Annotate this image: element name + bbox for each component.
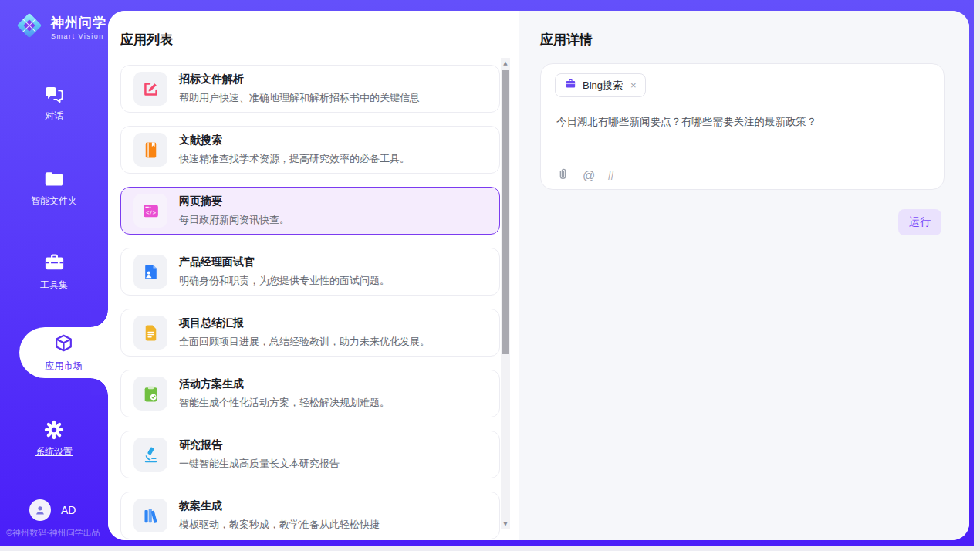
app-title: 教案生成 xyxy=(179,499,380,513)
sidebar-item-label: 智能文件夹 xyxy=(0,194,108,208)
scrollbar[interactable]: ▲ ▼ xyxy=(501,58,510,529)
clipboard-check-icon xyxy=(133,377,167,411)
app-title: 网页摘要 xyxy=(179,194,289,208)
sidebar-item-label: 应用市场 xyxy=(46,360,83,373)
folder-icon xyxy=(0,167,108,191)
app-description: 快速精准查找学术资源，提高研究效率的必备工具。 xyxy=(179,152,410,166)
main-panel: 应用列表 招标文件解析 帮助用户快速、准确地理解和解析招标书中的关键信息 文献搜… xyxy=(108,11,969,540)
briefcase-icon xyxy=(564,77,577,93)
scroll-up-icon[interactable]: ▲ xyxy=(501,60,510,66)
app-list-item[interactable]: 活动方案生成 智能生成个性化活动方案，轻松解决规划难题。 xyxy=(120,370,500,417)
app-list-item[interactable]: 项目总结汇报 全面回顾项目进展，总结经验教训，助力未来优化发展。 xyxy=(120,309,500,357)
app-title: 文献搜索 xyxy=(179,134,410,147)
prompt-card[interactable]: Bing搜索 × 今日湖北有哪些新闻要点？有哪些需要关注的最新政策？ @ # xyxy=(540,63,945,190)
app-list-item[interactable]: 招标文件解析 帮助用户快速、准确地理解和解析招标书中的关键信息 xyxy=(120,65,500,113)
book-icon xyxy=(133,133,167,167)
sidebar-item-chat[interactable]: 对话 xyxy=(0,83,108,123)
app-title: 项目总结汇报 xyxy=(179,316,430,330)
app-description: 全面回顾项目进展，总结经验教训，助力未来优化发展。 xyxy=(179,335,430,349)
attachment-toolbar: @ # xyxy=(556,167,614,184)
app-list-item[interactable]: 研究报告 一键智能生成高质量长文本研究报告 xyxy=(120,431,500,478)
browser-code-icon: </> xyxy=(133,194,167,228)
brand-logo: 神州问学 Smart Vision xyxy=(14,10,106,44)
brand-name: 神州问学 xyxy=(51,14,106,32)
app-detail-title: 应用详情 xyxy=(540,31,593,49)
app-list-item[interactable]: 文献搜索 快速精准查找学术资源，提高研究效率的必备工具。 xyxy=(120,126,500,174)
app-title: 研究报告 xyxy=(179,438,340,452)
sidebar-item-app-market[interactable]: 应用市场 xyxy=(19,327,108,378)
prompt-text[interactable]: 今日湖北有哪些新闻要点？有哪些需要关注的最新政策？ xyxy=(556,115,925,129)
chat-icon xyxy=(0,83,108,106)
app-list-title: 应用列表 xyxy=(120,31,173,49)
app-list-item[interactable]: 产品经理面试官 明确身份和职责，为您提供专业性的面试问题。 xyxy=(120,248,500,296)
avatar xyxy=(29,499,51,521)
sidebar-item-label: 对话 xyxy=(0,110,108,123)
app-list-item[interactable]: </> 网页摘要 每日政府新闻资讯快查。 xyxy=(120,187,500,235)
cube-icon xyxy=(52,333,75,358)
app-title: 产品经理面试官 xyxy=(179,255,390,269)
gear-icon xyxy=(0,418,108,441)
sidebar-item-smart-folder[interactable]: 智能文件夹 xyxy=(0,167,108,208)
svg-text:</>: </> xyxy=(145,209,156,216)
sidebar-item-settings[interactable]: 系统设置 xyxy=(0,418,108,458)
scrollbar-thumb[interactable] xyxy=(502,70,509,354)
paperclip-icon[interactable] xyxy=(556,167,570,184)
app-title: 招标文件解析 xyxy=(179,73,420,86)
edit-square-icon xyxy=(133,72,167,106)
app-description: 明确身份和职责，为您提供专业性的面试问题。 xyxy=(179,274,390,288)
at-icon[interactable]: @ xyxy=(583,169,595,183)
sidebar-item-label: 系统设置 xyxy=(0,445,108,458)
app-list: 招标文件解析 帮助用户快速、准确地理解和解析招标书中的关键信息 文献搜索 快速精… xyxy=(120,63,500,540)
gem-logo-icon xyxy=(14,10,45,44)
person-icon xyxy=(33,503,47,517)
run-button[interactable]: 运行 xyxy=(898,209,941,235)
sidebar: 神州问学 Smart Vision 对话 智能文件夹 xyxy=(0,0,108,546)
app-list-section: 应用列表 招标文件解析 帮助用户快速、准确地理解和解析招标书中的关键信息 文献搜… xyxy=(108,11,519,540)
app-description: 每日政府新闻资讯快查。 xyxy=(179,213,289,227)
app-description: 模板驱动，教案秒成，教学准备从此轻松快捷 xyxy=(179,518,380,532)
close-icon[interactable]: × xyxy=(630,79,637,91)
app-description: 智能生成个性化活动方案，轻松解决规划难题。 xyxy=(179,396,390,410)
app-detail-section: 应用详情 Bing搜索 × 今日湖北有哪些新闻要点？有哪些需要关注的最新政策？ xyxy=(519,11,969,540)
document-icon xyxy=(133,316,167,350)
scroll-down-icon[interactable]: ▼ xyxy=(501,521,510,527)
brand-subtitle: Smart Vision xyxy=(51,32,106,40)
app-window: 神州问学 Smart Vision 对话 智能文件夹 xyxy=(0,0,980,551)
person-doc-icon xyxy=(133,255,167,289)
app-title: 活动方案生成 xyxy=(179,377,390,391)
microscope-icon xyxy=(133,438,167,472)
user-account[interactable]: AD xyxy=(29,499,76,521)
app-list-item[interactable]: 教案生成 模板驱动，教案秒成，教学准备从此轻松快捷 xyxy=(120,492,500,539)
app-description: 一键智能生成高质量长文本研究报告 xyxy=(179,457,340,471)
sidebar-item-label: 工具集 xyxy=(0,279,108,292)
tool-tag-label: Bing搜索 xyxy=(583,79,623,93)
tool-tag-bing-search[interactable]: Bing搜索 × xyxy=(555,73,646,97)
hash-icon[interactable]: # xyxy=(607,169,614,183)
user-initials: AD xyxy=(61,504,76,516)
toolbox-icon xyxy=(0,251,108,275)
app-description: 帮助用户快速、准确地理解和解析招标书中的关键信息 xyxy=(179,91,420,105)
sidebar-item-toolset[interactable]: 工具集 xyxy=(0,251,108,292)
copyright-note: ©神州数码·神州问学出品 xyxy=(6,527,100,539)
books-icon xyxy=(133,499,167,532)
